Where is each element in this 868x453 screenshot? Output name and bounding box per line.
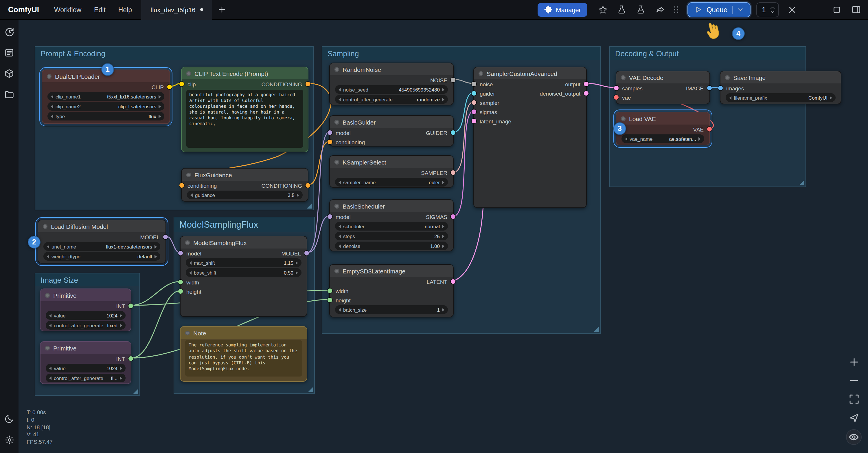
node-header[interactable]: KSamplerSelect [330,156,453,168]
model-input-slot[interactable] [178,251,183,255]
node-header[interactable]: Load Diffusion Model [38,220,165,232]
beaker-button-2[interactable] [636,4,646,15]
node-header[interactable]: FluxGuidance [182,169,308,181]
conditioning-output-slot[interactable] [306,183,310,188]
collapse-dot-icon[interactable] [335,204,339,208]
collapse-dot-icon[interactable] [185,331,190,335]
model-input-slot[interactable] [328,214,332,219]
collapse-dot-icon[interactable] [725,75,730,80]
share-button[interactable] [655,4,665,15]
collapse-dot-icon[interactable] [186,172,191,177]
latent-output-slot[interactable] [451,279,456,284]
group-resize-handle[interactable] [308,387,313,392]
node-load-diffusion-model[interactable]: Load Diffusion Model MODEL unet_name flu… [38,220,166,263]
model-output-slot[interactable] [304,251,309,255]
node-header[interactable]: Save Image [720,71,841,83]
favorites-button[interactable] [598,4,608,15]
menu-workflow[interactable]: Workflow [54,6,81,13]
group-resize-handle[interactable] [133,389,138,394]
clip-output-slot[interactable] [167,85,172,89]
sidebar-item-model-library[interactable] [3,88,16,101]
theme-toggle-button[interactable] [3,413,16,425]
widget-value[interactable]: value 1024 [46,364,126,372]
cancel-run-button[interactable] [787,4,797,15]
node-basicscheduler[interactable]: BasicScheduler model SIGMAS scheduler no… [329,199,454,251]
toggle-link-visibility-button[interactable] [846,429,862,445]
node-clip-text-encode[interactable]: CLIP Text Encode (Prompt) clip CONDITION… [181,67,308,152]
node-emptysd3latentimage[interactable]: EmptySD3LatentImage LATENT width height … [329,264,454,317]
node-ksamplerselect[interactable]: KSamplerSelect SAMPLER sampler_name eule… [329,155,454,188]
guider-output-slot[interactable] [451,130,456,135]
sidebar-item-node-library[interactable] [3,67,16,80]
zoom-in-button[interactable] [847,355,861,368]
vae-input-slot[interactable] [614,95,619,100]
node-note[interactable]: Note The reference sampling implementati… [180,326,307,382]
model-output-slot[interactable] [163,235,168,239]
node-header[interactable]: Primitive [40,289,131,301]
widget-denoise[interactable]: denoise 1.00 [335,242,448,250]
collapse-dot-icon[interactable] [45,293,50,298]
node-vae-decode[interactable]: VAE Decode samples IMAGE vae [616,71,710,104]
node-header[interactable]: Primitive [40,342,131,354]
guider-input-slot[interactable] [472,91,476,95]
collapse-dot-icon[interactable] [621,116,625,121]
node-header[interactable]: Load VAE [616,112,709,124]
workflow-tab[interactable]: flux_dev_t5fp16 [141,0,212,20]
widget-noise-seed[interactable]: noise_seed 454905699352480 [335,85,448,94]
beaker-button-1[interactable] [617,4,627,15]
widget-clip-name2[interactable]: clip_name2 clip_l.safetensors [48,102,164,111]
collapse-dot-icon[interactable] [335,160,339,164]
widget-control-after-generate[interactable]: control_after_generate fi... [46,374,126,382]
conditioning-output-slot[interactable] [306,82,310,86]
menu-edit[interactable]: Edit [94,6,105,13]
menu-help[interactable]: Help [118,6,132,13]
collapse-dot-icon[interactable] [621,75,625,80]
node-basicguider[interactable]: BasicGuider model GUIDER conditioning [329,115,454,146]
group-resize-handle[interactable] [799,180,804,186]
node-dualcliploader[interactable]: DualCLIPLoader CLIP clip_name1 t5xxl_fp1… [42,69,170,124]
widget-control-after-generate[interactable]: control_after_generate randomize [335,95,448,104]
denoised-output-slot[interactable] [584,91,589,95]
node-primitive-height[interactable]: Primitive INT value 1024 control_after_g… [40,341,131,384]
select-mode-button[interactable] [847,411,861,424]
widget-type[interactable]: type flux [48,112,164,120]
stop-button[interactable] [832,4,842,15]
widget-sampler-name[interactable]: sampler_name euler [335,178,448,187]
image-output-slot[interactable] [707,86,712,90]
node-header[interactable]: Note [181,327,307,339]
new-workflow-tab-button[interactable] [218,6,225,13]
sampler-output-slot[interactable] [451,170,456,175]
sampler-input-slot[interactable] [472,100,476,105]
node-samplercustomadvanced[interactable]: SamplerCustomAdvanced noise output guide… [473,67,587,208]
widget-vae-name[interactable]: vae_name ae.safeten... [621,134,704,143]
height-input-slot[interactable] [328,298,332,302]
queue-button[interactable]: Queue [687,2,750,17]
widget-base-shift[interactable]: base_shift 0.50 [186,268,302,277]
toggle-panel-button[interactable] [850,4,861,15]
collapse-dot-icon[interactable] [478,71,483,76]
group-header[interactable]: Decoding & Output [610,47,806,60]
widget-batch-size[interactable]: batch_size 1 [335,305,448,314]
node-header[interactable]: VAE Decode [616,71,709,83]
widget-guidance[interactable]: guidance 3.5 [187,191,303,199]
widget-steps[interactable]: steps 25 [335,232,448,240]
batch-count-stepper[interactable]: 1 [756,2,779,17]
int-output-slot[interactable] [128,304,133,308]
widget-weight-dtype[interactable]: weight_dtype default [43,252,160,261]
noise-output-slot[interactable] [451,78,456,82]
widget-control-after-generate[interactable]: control_after_generate fixed [46,321,126,330]
node-modelsamplingflux[interactable]: ModelSamplingFlux model MODEL max_shift … [180,236,307,317]
sidebar-item-history[interactable] [3,26,16,38]
sidebar-item-queue[interactable] [3,46,16,59]
node-fluxguidance[interactable]: FluxGuidance conditioning CONDITIONING g… [181,168,308,202]
node-header[interactable]: SamplerCustomAdvanced [474,67,586,79]
model-input-slot[interactable] [328,130,332,135]
height-input-slot[interactable] [178,289,183,294]
fit-view-button[interactable] [847,392,861,405]
sigmas-input-slot[interactable] [472,110,476,114]
widget-value[interactable]: value 1024 [46,311,126,320]
output-slot[interactable] [584,82,589,86]
widget-unet-name[interactable]: unet_name flux1-dev.safetensors [43,242,160,251]
node-header[interactable]: RandomNoise [330,63,453,75]
stepper-carets[interactable] [770,6,775,13]
